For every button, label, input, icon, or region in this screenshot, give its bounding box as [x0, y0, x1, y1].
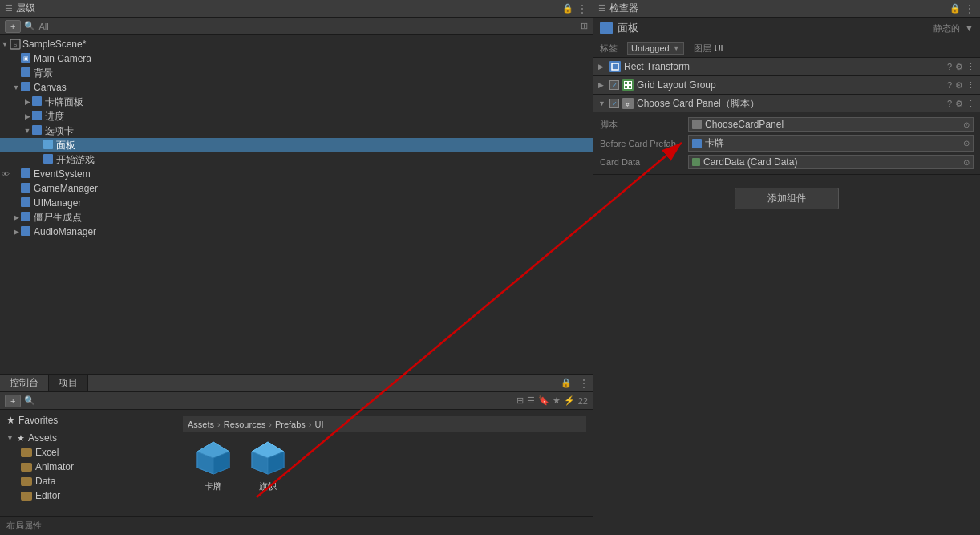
script-select-btn[interactable]: ⊙	[963, 120, 970, 129]
hierarchy-item-audiomanager[interactable]: ▶ AudioManager	[0, 225, 593, 239]
script-value: ChooseCardPanel	[705, 119, 784, 130]
rect-transform-icon	[609, 61, 621, 72]
svg-rect-15	[21, 226, 30, 236]
settings-icon-choose[interactable]: ⚙	[955, 99, 963, 109]
hierarchy-item-zombie[interactable]: ▶ 僵尸生成点	[0, 210, 593, 225]
hierarchy-item-gamemanager[interactable]: GameManager	[0, 181, 593, 196]
hierarchy-item-cardboard[interactable]: ▶ 卡牌面板	[0, 95, 593, 109]
bottom-content: ★ Favorites ▼ ★ Assets Excel	[0, 410, 593, 516]
breadcrumb-assets[interactable]: Assets	[188, 419, 214, 429]
bookmark-icon[interactable]: 🔖	[538, 395, 549, 406]
collapse-arrow-choose: ▼	[598, 99, 606, 107]
hierarchy-label-cardboard: 卡牌面板	[45, 95, 83, 109]
cube-icon-gamemanager	[21, 183, 32, 194]
cube-icon-startgame	[43, 154, 55, 165]
grid-view-icon[interactable]: ⊞	[516, 395, 524, 406]
more-icon-choose[interactable]: ⋮	[966, 99, 975, 109]
tag-dropdown[interactable]: Untagged ▼	[627, 42, 684, 55]
more-icon-inspector[interactable]: ⋮	[964, 2, 975, 15]
hierarchy-item-eventsystem-row[interactable]: 👁 EventSystem	[0, 167, 593, 181]
breadcrumb-resources[interactable]: Resources	[224, 419, 266, 429]
add-component-button[interactable]: 添加组件	[735, 188, 839, 209]
tab-project[interactable]: 项目	[49, 375, 88, 391]
help-icon-choose[interactable]: ?	[947, 99, 952, 109]
component-header-grid[interactable]: ▶ ✓ Grid Layout Group ? ⚙ ⋮	[593, 76, 980, 94]
arrow-samplescene: ▼	[0, 40, 10, 48]
hierarchy-label-progress: 进度	[45, 110, 64, 124]
component-header-choose[interactable]: ▼ ✓ # Choose Card Panel（脚本） ? ⚙ ⋮	[593, 95, 980, 112]
hierarchy-item-startgame[interactable]: 开始游戏	[0, 152, 593, 167]
more-icon-rect[interactable]: ⋮	[966, 62, 975, 72]
assets-label-editor: Editor	[35, 490, 60, 501]
bottom-panel: 控制台 项目 🔒 ⋮ + 🔍 ⊞ ☰ 🔖 ★ ⚡ 22	[0, 375, 593, 535]
search-icon: 🔍	[24, 21, 35, 31]
help-icon-rect[interactable]: ?	[947, 62, 952, 72]
hierarchy-item-uimanager[interactable]: UIManager	[0, 196, 593, 210]
svg-rect-11	[21, 168, 30, 178]
hierarchy-item-samplescene[interactable]: ▼ S SampleScene*	[0, 37, 593, 51]
breadcrumb-ui[interactable]: UI	[315, 419, 324, 429]
component-name-choose: Choose Card Panel（脚本）	[637, 97, 944, 111]
static-dropdown-arrow[interactable]: ▼	[965, 23, 974, 33]
folder-icon-animator	[21, 463, 32, 472]
assets-item-editor[interactable]: Editor	[0, 488, 176, 503]
assets-item-data[interactable]: Data	[0, 474, 176, 488]
before-card-select-btn[interactable]: ⊙	[963, 139, 970, 148]
tag-layer-row: 标签 Untagged ▼ 图层 UI	[593, 39, 980, 58]
add-hierarchy-button[interactable]: +	[5, 20, 21, 33]
hierarchy-item-maincamera[interactable]: ▣ Main Camera	[0, 51, 593, 66]
assets-item-excel[interactable]: Excel	[0, 445, 176, 460]
list-view-icon[interactable]: ☰	[527, 395, 535, 406]
choose-card-icon: #	[622, 98, 634, 109]
assets-item-animator[interactable]: Animator	[0, 460, 176, 474]
hierarchy-item-progress[interactable]: ▶ 进度	[0, 109, 593, 124]
collapse-arrow-rect: ▶	[598, 63, 606, 71]
grid-layout-icon	[622, 79, 634, 91]
more-icon-grid[interactable]: ⋮	[966, 80, 975, 91]
asset-item-flag[interactable]: 旗帜	[244, 439, 292, 492]
before-card-ref[interactable]: 卡牌 ⊙	[688, 135, 974, 152]
folder-icon-data	[21, 477, 32, 486]
hierarchy-label-choosecard: 选项卡	[45, 124, 74, 138]
inspector-header: ☰ 检查器 🔒 ⋮	[593, 0, 980, 18]
layer-value: UI	[715, 43, 723, 53]
script-icon	[692, 120, 702, 129]
cube-icon-zombie	[21, 212, 32, 223]
inspector-name-bar: 面板 静态的 ▼	[593, 18, 980, 39]
hierarchy-item-panel[interactable]: 面板	[0, 138, 593, 152]
assets-label-excel: Excel	[35, 447, 59, 458]
asset-item-card[interactable]: 卡牌	[189, 439, 237, 492]
component-choose-card-panel: ▼ ✓ # Choose Card Panel（脚本） ? ⚙ ⋮ 脚本	[593, 95, 980, 175]
folder-icon-excel	[21, 448, 32, 457]
arrow-audiomanager: ▶	[11, 228, 21, 236]
component-name-rect: Rect Transform	[624, 61, 944, 72]
assets-tree: ▼ ★ Assets Excel Animator	[0, 428, 176, 506]
svg-rect-9	[43, 140, 53, 149]
component-header-rect[interactable]: ▶ Rect Transform ? ⚙ ⋮	[593, 58, 980, 75]
settings-icon-grid[interactable]: ⚙	[955, 80, 963, 91]
card-data-ref[interactable]: CardData (Card Data) ⊙	[688, 155, 974, 169]
svg-rect-14	[21, 212, 30, 221]
add-project-button[interactable]: +	[5, 395, 21, 407]
more-icon-bottom[interactable]: ⋮	[575, 377, 593, 390]
card-data-select-btn[interactable]: ⊙	[963, 158, 970, 167]
grid-checkbox[interactable]: ✓	[609, 80, 619, 90]
hierarchy-label-audiomanager: AudioManager	[34, 226, 96, 237]
hierarchy-item-background[interactable]: 背景	[0, 66, 593, 80]
cube-icon-background	[21, 67, 32, 79]
card-prefab-icon	[692, 139, 702, 148]
more-icon[interactable]: ⋮	[577, 2, 588, 15]
tab-console[interactable]: 控制台	[0, 375, 49, 391]
hierarchy-item-choosecard[interactable]: ▼ 选项卡	[0, 124, 593, 138]
script-ref[interactable]: ChooseCardPanel ⊙	[688, 117, 974, 132]
search-label: All	[38, 22, 48, 31]
choose-checkbox[interactable]: ✓	[609, 99, 619, 108]
svg-text:#: #	[626, 101, 630, 107]
settings-icon-rect[interactable]: ⚙	[955, 62, 963, 72]
svg-text:S: S	[14, 42, 18, 47]
hierarchy-item-canvas[interactable]: ▼ Canvas	[0, 80, 593, 95]
breadcrumb-prefabs[interactable]: Prefabs	[275, 419, 306, 429]
assets-header-item[interactable]: ▼ ★ Assets	[0, 431, 176, 445]
help-icon-grid[interactable]: ?	[947, 80, 952, 91]
star-icon[interactable]: ★	[553, 395, 561, 406]
